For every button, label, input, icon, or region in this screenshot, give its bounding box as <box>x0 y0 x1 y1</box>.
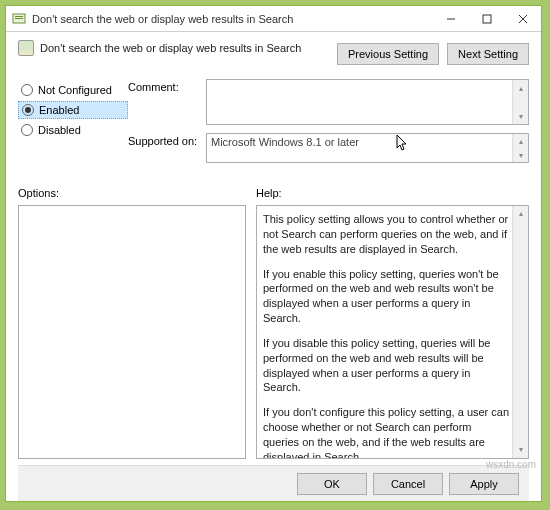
comment-label: Comment: <box>128 79 206 93</box>
scroll-down-icon[interactable]: ▾ <box>513 148 528 162</box>
help-pane-label: Help: <box>256 187 282 199</box>
policy-header-row: Don't search the web or display web resu… <box>18 40 529 65</box>
next-setting-button[interactable]: Next Setting <box>447 43 529 65</box>
content-area: Don't search the web or display web resu… <box>6 32 541 501</box>
radio-enabled[interactable]: Enabled <box>18 101 128 119</box>
svg-rect-1 <box>15 16 23 17</box>
apply-button[interactable]: Apply <box>449 473 519 495</box>
watermark: wsxdn.com <box>486 459 536 470</box>
supported-on-label: Supported on: <box>128 133 206 147</box>
radio-label: Enabled <box>39 104 79 116</box>
config-row: Not Configured Enabled Disabled Comment: <box>18 79 529 171</box>
scroll-up-icon[interactable]: ▴ <box>513 134 528 148</box>
scrollbar[interactable]: ▴ ▾ <box>512 134 528 162</box>
radio-disabled[interactable]: Disabled <box>18 121 128 139</box>
policy-icon <box>18 40 34 56</box>
policy-name: Don't search the web or display web resu… <box>40 42 301 54</box>
help-paragraph: If you disable this policy setting, quer… <box>263 336 510 395</box>
options-pane-label: Options: <box>18 187 256 199</box>
ok-button[interactable]: OK <box>297 473 367 495</box>
title-bar: Don't search the web or display web resu… <box>6 6 541 32</box>
radio-label: Not Configured <box>38 84 112 96</box>
scroll-up-icon[interactable]: ▴ <box>513 80 528 96</box>
state-radio-group: Not Configured Enabled Disabled <box>18 79 128 141</box>
scroll-down-icon[interactable]: ▾ <box>513 442 528 458</box>
help-pane: This policy setting allows you to contro… <box>256 205 529 459</box>
panes-header: Options: Help: <box>18 187 529 199</box>
previous-setting-button[interactable]: Previous Setting <box>337 43 439 65</box>
supported-on-value: Microsoft Windows 8.1 or later <box>211 136 359 148</box>
window-controls <box>433 6 541 31</box>
help-paragraph: If you enable this policy setting, queri… <box>263 267 510 326</box>
svg-rect-4 <box>483 15 491 23</box>
dialog-footer: OK Cancel Apply <box>18 465 529 501</box>
dialog-window: Don't search the web or display web resu… <box>5 5 542 502</box>
radio-icon <box>21 124 33 136</box>
comment-textarea[interactable]: ▴ ▾ <box>206 79 529 125</box>
options-pane <box>18 205 246 459</box>
app-icon <box>12 12 26 26</box>
radio-label: Disabled <box>38 124 81 136</box>
supported-on-box: Microsoft Windows 8.1 or later ▴ ▾ <box>206 133 529 163</box>
scrollbar[interactable]: ▴ ▾ <box>512 206 528 458</box>
radio-not-configured[interactable]: Not Configured <box>18 81 128 99</box>
scroll-down-icon[interactable]: ▾ <box>513 108 528 124</box>
window-title: Don't search the web or display web resu… <box>32 13 433 25</box>
radio-icon <box>22 104 34 116</box>
cancel-button[interactable]: Cancel <box>373 473 443 495</box>
help-paragraph: If you don't configure this policy setti… <box>263 405 510 459</box>
help-paragraph: This policy setting allows you to contro… <box>263 212 510 257</box>
scrollbar[interactable]: ▴ ▾ <box>512 80 528 124</box>
radio-icon <box>21 84 33 96</box>
scroll-up-icon[interactable]: ▴ <box>513 206 528 222</box>
minimize-button[interactable] <box>433 6 469 31</box>
svg-rect-2 <box>15 18 23 19</box>
maximize-button[interactable] <box>469 6 505 31</box>
panes-row: This policy setting allows you to contro… <box>18 205 529 459</box>
close-button[interactable] <box>505 6 541 31</box>
